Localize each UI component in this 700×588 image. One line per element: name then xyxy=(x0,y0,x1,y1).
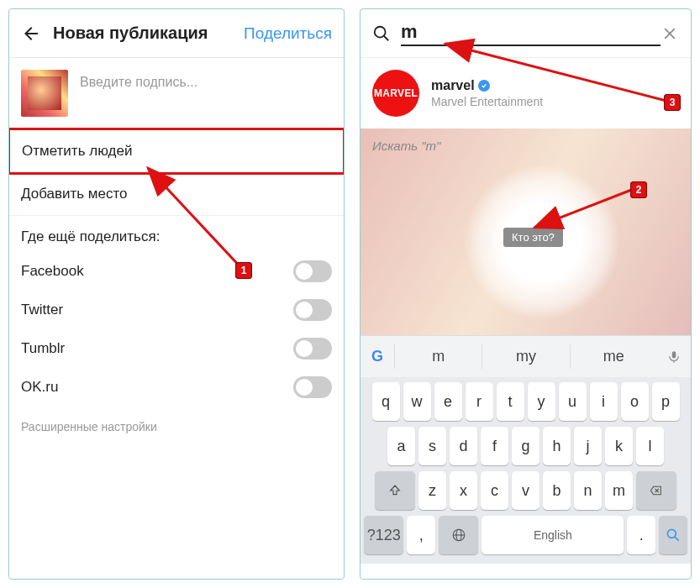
twitter-toggle[interactable] xyxy=(293,299,332,321)
google-logo-icon[interactable]: G xyxy=(361,348,394,365)
network-label: Twitter xyxy=(21,302,63,318)
key-t[interactable]: t xyxy=(497,382,524,421)
suggestion-1[interactable]: m xyxy=(394,344,482,369)
key-k[interactable]: k xyxy=(605,427,633,465)
key-a[interactable]: a xyxy=(387,427,415,465)
caption-input[interactable]: Введите подпись... xyxy=(80,70,332,90)
key-f[interactable]: f xyxy=(481,427,508,465)
annotation-badge-2: 2 xyxy=(630,181,647,198)
key-x[interactable]: x xyxy=(450,471,477,510)
search-hint-label: Искать "m" xyxy=(372,139,440,153)
search-icon xyxy=(372,24,391,43)
key-r[interactable]: r xyxy=(466,382,493,421)
post-thumbnail[interactable] xyxy=(21,70,68,117)
who-is-this-tooltip[interactable]: Кто это? xyxy=(503,228,563,247)
key-p[interactable]: p xyxy=(652,382,680,421)
globe-icon[interactable] xyxy=(439,516,478,554)
close-icon[interactable] xyxy=(661,24,679,43)
keyboard-suggestion-bar: G m my me xyxy=(361,335,691,377)
key-l[interactable]: l xyxy=(636,427,664,465)
mic-icon[interactable] xyxy=(657,349,691,365)
backspace-icon[interactable] xyxy=(636,471,676,510)
network-label: Tumblr xyxy=(21,340,65,357)
key-s[interactable]: s xyxy=(418,427,446,465)
suggestion-2[interactable]: my xyxy=(482,344,569,369)
result-text: marvel Marvel Entertainment xyxy=(431,78,543,108)
key-e[interactable]: e xyxy=(434,382,462,421)
key-symbols[interactable]: ?123 xyxy=(364,516,403,554)
share-button[interactable]: Поделиться xyxy=(244,24,332,43)
tag-search-screen: MARVEL marvel Marvel Entertainment Искат… xyxy=(360,8,692,580)
annotation-badge-3: 3 xyxy=(664,94,681,111)
svg-line-1 xyxy=(384,35,389,40)
verified-badge-icon xyxy=(478,80,490,92)
share-facebook-row: Facebook xyxy=(9,252,344,291)
key-i[interactable]: i xyxy=(590,382,618,421)
svg-rect-4 xyxy=(672,351,676,358)
key-z[interactable]: z xyxy=(418,471,446,510)
share-okru-row: OK.ru xyxy=(9,368,344,407)
search-bar xyxy=(361,9,691,58)
key-period[interactable]: . xyxy=(627,516,655,554)
key-h[interactable]: h xyxy=(543,427,571,465)
share-elsewhere-label: Где ещё поделиться: xyxy=(9,216,344,252)
key-u[interactable]: u xyxy=(559,382,587,421)
annotation-badge-1: 1 xyxy=(235,262,252,279)
key-v[interactable]: v xyxy=(512,471,539,510)
svg-point-0 xyxy=(375,26,386,37)
svg-point-10 xyxy=(667,529,676,538)
key-comma[interactable]: , xyxy=(407,516,435,554)
key-search[interactable] xyxy=(659,516,687,554)
okru-toggle[interactable] xyxy=(293,376,332,398)
back-arrow-icon[interactable] xyxy=(21,24,41,44)
tumblr-toggle[interactable] xyxy=(293,338,332,360)
share-twitter-row: Twitter xyxy=(9,291,344,329)
add-location-row[interactable]: Добавить место xyxy=(9,173,344,216)
avatar: MARVEL xyxy=(372,70,419,117)
key-m[interactable]: m xyxy=(605,471,633,510)
key-q[interactable]: q xyxy=(372,382,400,421)
network-label: Facebook xyxy=(21,263,84,280)
image-tag-canvas[interactable]: Искать "m" Кто это? xyxy=(361,129,691,335)
key-n[interactable]: n xyxy=(574,471,602,510)
result-subtitle: Marvel Entertainment xyxy=(431,95,543,108)
network-label: OK.ru xyxy=(21,379,58,396)
share-tumblr-row: Tumblr xyxy=(9,329,344,368)
page-title: Новая публикация xyxy=(53,24,244,43)
shift-icon[interactable] xyxy=(375,471,415,510)
search-result-row[interactable]: MARVEL marvel Marvel Entertainment xyxy=(361,58,691,129)
key-y[interactable]: y xyxy=(528,382,555,421)
key-space[interactable]: English xyxy=(482,516,624,554)
key-w[interactable]: w xyxy=(403,382,431,421)
header-bar: Новая публикация Поделиться xyxy=(9,9,344,58)
tag-people-row[interactable]: Отметить людей xyxy=(8,128,345,175)
key-d[interactable]: d xyxy=(450,427,477,465)
keyboard: qwertyuiop asdfghjkl zxcvbnm ?123 , Engl… xyxy=(361,377,691,564)
advanced-settings-link[interactable]: Расширенные настройки xyxy=(9,407,344,447)
key-g[interactable]: g xyxy=(512,427,539,465)
new-post-screen: Новая публикация Поделиться Введите подп… xyxy=(8,8,345,580)
key-j[interactable]: j xyxy=(574,427,602,465)
caption-row: Введите подпись... xyxy=(9,58,344,129)
search-input[interactable] xyxy=(401,21,661,46)
key-o[interactable]: o xyxy=(621,382,649,421)
facebook-toggle[interactable] xyxy=(293,260,332,282)
svg-line-11 xyxy=(675,537,679,541)
result-username: marvel xyxy=(431,78,475,93)
key-c[interactable]: c xyxy=(481,471,508,510)
suggestion-3[interactable]: me xyxy=(570,344,657,369)
key-b[interactable]: b xyxy=(543,471,571,510)
